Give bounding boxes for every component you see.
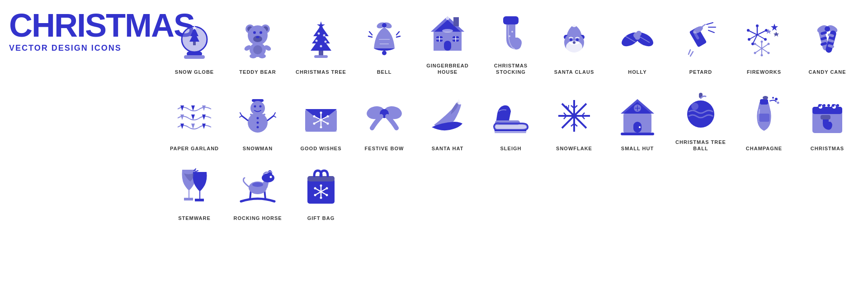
rocking-horse-icon: [233, 161, 283, 210]
icon-teddy-bear: TEDDY BEAR: [226, 5, 289, 81]
christmas-tree-ball-label: CHRISTMAS TREE BALL: [671, 139, 731, 152]
icon-sleigh: SLEIGH: [479, 81, 542, 157]
champagne-label: CHAMPAGNE: [746, 145, 782, 152]
svg-point-153: [327, 122, 329, 124]
svg-point-36: [382, 23, 387, 28]
snowman-icon: [233, 91, 283, 141]
svg-marker-82: [771, 24, 778, 31]
svg-rect-57: [503, 16, 519, 24]
small-hut-label: SMALL HUT: [621, 145, 654, 152]
icon-good-wishes: GOOD WISHES: [289, 81, 353, 157]
svg-point-152: [313, 115, 316, 117]
svg-point-224: [326, 194, 328, 196]
icon-christmas-tree: CHRISTMAS TREE: [289, 5, 353, 81]
svg-point-181: [639, 126, 641, 128]
svg-line-139: [240, 113, 242, 116]
svg-point-225: [314, 194, 316, 196]
svg-line-40: [369, 32, 372, 35]
christmas-tree-label: CHRISTMAS TREE: [296, 69, 346, 75]
icons-grid: SNOW GLOBE: [163, 5, 859, 227]
svg-point-12: [248, 25, 268, 45]
title-block: CHRISTMAS VECTOR DESIGN ICONS: [9, 5, 163, 53]
svg-marker-84: [774, 32, 779, 37]
svg-point-14: [253, 31, 256, 34]
santa-hat-icon: [423, 91, 472, 141]
candy-cane-label: CANDY CANE: [808, 69, 846, 75]
svg-marker-125: [202, 114, 206, 120]
holly-icon: [613, 14, 662, 64]
icon-festive-bow: FESTIVE BOW: [353, 81, 416, 157]
svg-point-205: [836, 104, 839, 107]
icon-gift-bag: GIFT BAG: [289, 157, 353, 227]
sleigh-label: SLEIGH: [500, 145, 522, 152]
icon-fireworks: FIREWORKS: [732, 5, 796, 81]
svg-line-141: [268, 116, 274, 120]
svg-point-92: [747, 29, 750, 32]
svg-rect-46: [453, 17, 459, 26]
svg-point-59: [509, 35, 510, 37]
svg-line-138: [242, 116, 248, 120]
icon-small-hut: SMALL HUT: [606, 81, 669, 157]
candy-cane-icon: [802, 14, 852, 64]
svg-marker-122: [202, 105, 206, 111]
icon-petard: PETARD: [669, 5, 732, 81]
svg-point-66: [573, 41, 576, 44]
svg-point-94: [751, 43, 754, 45]
fireworks-label: FIREWORKS: [747, 69, 781, 75]
svg-line-81: [690, 52, 693, 56]
paper-garland-icon: [170, 91, 219, 141]
rocking-horse-label: ROCKING HORSE: [233, 215, 282, 221]
svg-point-202: [823, 104, 826, 107]
petard-icon: [676, 14, 726, 64]
svg-point-31: [316, 40, 318, 42]
christmas-stocking-label: CHRISTMAS STOCKING: [481, 62, 541, 76]
svg-rect-190: [760, 99, 768, 105]
teddy-bear-label: TEDDY BEAR: [239, 69, 276, 75]
gingerbread-house-icon: [423, 8, 472, 58]
svg-point-61: [571, 22, 577, 27]
bell-icon: [359, 14, 409, 64]
svg-line-207: [196, 171, 198, 172]
champagne-icon: [739, 91, 789, 141]
svg-rect-6: [193, 42, 196, 45]
svg-point-104: [754, 43, 756, 45]
svg-point-137: [257, 126, 259, 128]
svg-marker-128: [202, 124, 206, 129]
svg-line-98: [755, 44, 762, 48]
stemware-icon: [170, 161, 219, 210]
svg-rect-197: [812, 107, 842, 114]
svg-line-41: [368, 36, 372, 37]
svg-point-29: [318, 33, 320, 35]
svg-point-223: [314, 187, 316, 190]
svg-point-107: [768, 52, 770, 54]
svg-line-80: [689, 50, 690, 54]
svg-line-140: [240, 116, 242, 117]
svg-point-64: [570, 38, 572, 41]
svg-point-189: [691, 103, 698, 110]
svg-rect-200: [821, 115, 830, 119]
svg-point-133: [259, 105, 262, 107]
svg-point-95: [765, 29, 768, 32]
santa-claus-label: SANTA CLAUS: [554, 69, 594, 75]
svg-point-135: [257, 117, 259, 119]
svg-point-151: [320, 126, 322, 128]
icon-holly: HOLLY: [606, 5, 669, 81]
svg-point-221: [320, 185, 322, 187]
svg-marker-123: [180, 114, 184, 120]
icon-snowman: SNOWMAN: [226, 81, 289, 157]
svg-point-194: [772, 97, 774, 99]
svg-marker-124: [191, 114, 195, 120]
svg-point-203: [827, 104, 830, 107]
svg-point-32: [325, 41, 327, 43]
svg-point-192: [775, 98, 778, 100]
svg-line-100: [762, 44, 769, 48]
good-wishes-icon: [296, 91, 346, 141]
svg-point-55: [446, 16, 449, 20]
svg-marker-121: [191, 105, 195, 111]
svg-line-177: [568, 105, 569, 109]
icon-bell: BELL: [353, 5, 416, 81]
svg-line-86: [748, 30, 757, 35]
gift-bag-icon: [296, 161, 346, 210]
page-subtitle: VECTOR DESIGN ICONS: [9, 43, 163, 53]
svg-point-58: [511, 31, 513, 33]
